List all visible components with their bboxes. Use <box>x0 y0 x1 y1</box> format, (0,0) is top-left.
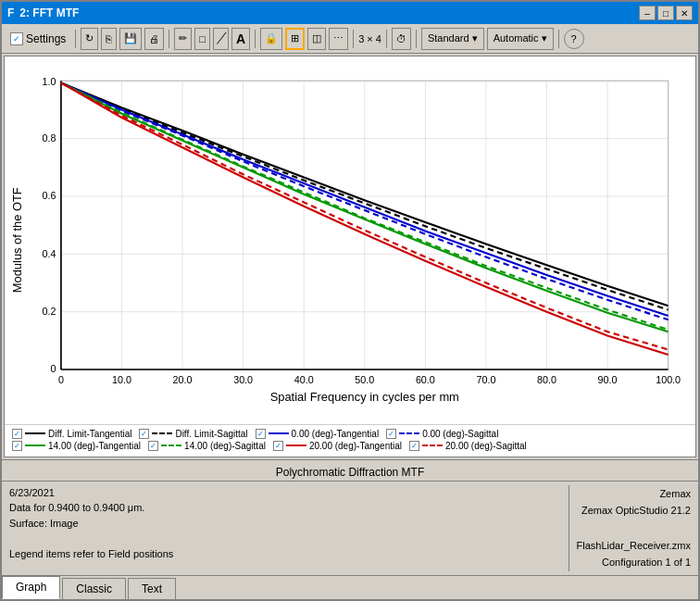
close-button[interactable]: ✕ <box>676 6 693 20</box>
legend-fourteen-tangential: ✓ 14.00 (deg)-Tangential <box>12 441 141 451</box>
text-tool-icon: A <box>236 31 245 46</box>
legend-line-5 <box>25 444 45 446</box>
legend-row-1: ✓ Diff. Limit-Tangential ✓ Diff. Limit-S… <box>12 429 688 439</box>
svg-text:50.0: 50.0 <box>355 374 374 385</box>
legend-area: ✓ Diff. Limit-Tangential ✓ Diff. Limit-S… <box>5 424 695 457</box>
legend-label-2: Diff. Limit-Sagittal <box>175 429 247 439</box>
svg-text:10.0: 10.0 <box>112 374 131 385</box>
svg-text:0.2: 0.2 <box>43 306 56 317</box>
pencil-icon: ✏ <box>179 32 187 44</box>
copy-button[interactable]: ⎘ <box>101 28 117 50</box>
grid-button[interactable]: ⊞ <box>285 28 305 50</box>
legend-checkbox-8[interactable]: ✓ <box>409 441 419 451</box>
legend-checkbox-4[interactable]: ✓ <box>386 429 396 439</box>
title-bar-left: F 2: FFT MTF <box>7 6 79 19</box>
chart-area: Modulus of the OTF <box>5 56 695 424</box>
info-title: Polychromatic Diffraction MTF <box>2 464 698 482</box>
svg-text:1.0: 1.0 <box>43 76 56 87</box>
separator-2 <box>169 30 169 48</box>
legend-row-2: ✓ 14.00 (deg)-Tangential ✓ 14.00 (deg)-S… <box>12 441 688 451</box>
line-icon: ╱ <box>218 32 224 44</box>
svg-text:70.0: 70.0 <box>476 374 495 385</box>
svg-text:60.0: 60.0 <box>416 374 435 385</box>
legend-line-2 <box>152 432 172 434</box>
legend-label-5: 14.00 (deg)-Tangential <box>48 441 141 451</box>
minimize-button[interactable]: – <box>639 6 656 20</box>
automatic-dropdown[interactable]: Automatic ▾ <box>487 28 554 50</box>
refresh-button[interactable]: ↻ <box>81 28 98 50</box>
title-buttons: – □ ✕ <box>639 6 693 20</box>
separator-7 <box>558 30 559 48</box>
info-spacer-right <box>577 520 692 537</box>
info-config: Configuration 1 of 1 <box>577 554 692 571</box>
tab-classic[interactable]: Classic <box>62 578 126 599</box>
legend-label-4: 0.00 (deg)-Sagittal <box>422 429 498 439</box>
layers-button[interactable]: ◫ <box>307 28 326 50</box>
legend-label-8: 20.00 (deg)-Sagittal <box>445 441 527 451</box>
legend-twenty-sagittal: ✓ 20.00 (deg)-Sagittal <box>409 441 527 451</box>
legend-diff-limit-sagittal: ✓ Diff. Limit-Sagittal <box>139 429 247 439</box>
svg-text:40.0: 40.0 <box>294 374 314 385</box>
help-button[interactable]: ? <box>564 29 584 49</box>
info-spacer <box>9 531 561 546</box>
legend-checkbox-2[interactable]: ✓ <box>139 429 149 439</box>
legend-line-1 <box>25 432 45 434</box>
legend-checkbox-1[interactable]: ✓ <box>12 429 22 439</box>
info-body: 6/23/2021 Data for 0.9400 to 0.9400 μm. … <box>2 482 698 575</box>
timer-icon: ⏱ <box>396 33 406 44</box>
copy-icon: ⎘ <box>106 33 112 44</box>
settings-label: Settings <box>26 32 66 45</box>
print-button[interactable]: 🖨 <box>144 28 164 50</box>
pencil-button[interactable]: ✏ <box>174 28 192 50</box>
legend-diff-limit-tangential: ✓ Diff. Limit-Tangential <box>12 429 131 439</box>
window-icon: F <box>7 6 14 19</box>
info-date: 6/23/2021 <box>9 485 561 501</box>
maximize-button[interactable]: □ <box>657 6 674 20</box>
legend-zero-tangential: ✓ 0.00 (deg)-Tangential <box>256 429 380 439</box>
tab-text[interactable]: Text <box>128 578 176 599</box>
info-legend-note: Legend items refer to Field positions <box>9 546 561 562</box>
timer-button[interactable]: ⏱ <box>392 28 411 50</box>
title-bar: F 2: FFT MTF – □ ✕ <box>2 2 698 24</box>
toolbar: ✓ Settings ↻ ⎘ 💾 🖨 ✏ □ ╱ A 🔒 <box>2 24 698 54</box>
legend-checkbox-3[interactable]: ✓ <box>256 429 266 439</box>
legend-label-7: 20.00 (deg)-Tangential <box>309 441 402 451</box>
svg-text:20.0: 20.0 <box>173 374 193 385</box>
more-button[interactable]: ⋯ <box>329 28 348 50</box>
legend-line-6 <box>161 444 181 446</box>
save-button[interactable]: 💾 <box>119 28 142 50</box>
settings-button[interactable]: ✓ Settings <box>6 30 70 48</box>
tab-bar: Graph Classic Text <box>2 575 698 599</box>
svg-text:0.8: 0.8 <box>43 132 56 144</box>
svg-text:0: 0 <box>58 374 64 385</box>
chart-svg: Modulus of the OTF <box>9 66 686 415</box>
rectangle-button[interactable]: □ <box>194 28 210 50</box>
y-axis-label: Modulus of the OTF <box>10 187 24 293</box>
legend-checkbox-6[interactable]: ✓ <box>148 441 158 451</box>
info-section: Polychromatic Diffraction MTF 6/23/2021 … <box>2 459 698 575</box>
save-icon: 💾 <box>124 32 137 44</box>
text-tool-button[interactable]: A <box>231 28 250 50</box>
main-content: Modulus of the OTF <box>4 56 696 457</box>
lock-button[interactable]: 🔒 <box>260 28 282 50</box>
tab-graph[interactable]: Graph <box>2 576 60 599</box>
settings-checkbox-icon: ✓ <box>10 32 23 45</box>
info-left: 6/23/2021 Data for 0.9400 to 0.9400 μm. … <box>9 485 561 571</box>
legend-checkbox-7[interactable]: ✓ <box>273 441 283 451</box>
info-surface: Surface: Image <box>9 516 561 532</box>
svg-text:0.4: 0.4 <box>43 248 56 259</box>
line-button[interactable]: ╱ <box>213 28 229 50</box>
legend-checkbox-5[interactable]: ✓ <box>12 441 22 451</box>
rectangle-icon: □ <box>199 33 206 44</box>
info-company: Zemax <box>577 485 692 503</box>
legend-twenty-tangential: ✓ 20.00 (deg)-Tangential <box>273 441 402 451</box>
window-title: 2: FFT MTF <box>19 6 79 19</box>
legend-label-3: 0.00 (deg)-Tangential <box>292 429 380 439</box>
print-icon: 🖨 <box>149 33 159 44</box>
grid-icon: ⊞ <box>291 32 299 44</box>
standard-dropdown[interactable]: Standard ▾ <box>421 28 484 50</box>
size-label: 3 × 4 <box>358 33 381 44</box>
svg-text:0.6: 0.6 <box>43 190 56 201</box>
legend-line-4 <box>399 432 419 434</box>
lock-icon: 🔒 <box>265 32 278 44</box>
